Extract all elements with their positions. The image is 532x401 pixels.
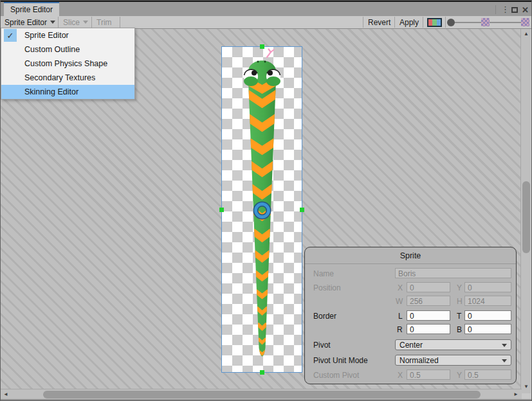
toolbar-separator [423, 17, 423, 28]
title-tab-strip: Sprite Editor ⋮ ✕ [1, 1, 531, 16]
menu-item-custom-outline[interactable]: Custom Outline [1, 42, 134, 57]
tab-sprite-editor[interactable]: Sprite Editor [4, 2, 59, 16]
custom-pivot-y-field: 0.5 [464, 370, 511, 380]
checker-texture-icon [481, 18, 490, 26]
vertical-scroll-thumb[interactable] [522, 181, 530, 253]
pivot-select[interactable]: Center [395, 339, 511, 350]
toolbar-separator [363, 17, 363, 28]
position-x-field: 0 [407, 282, 450, 292]
trim-button: Trim [96, 16, 112, 28]
apply-button[interactable]: Apply [399, 16, 419, 28]
sprite-editor-window: Sprite Editor ⋮ ✕ Sprite Editor Slice Tr… [0, 0, 532, 401]
custom-pivot-x-label: X [398, 371, 403, 380]
menu-item-label: Sprite Editor [24, 31, 69, 40]
panel-title-divider [305, 263, 516, 264]
rgb-channels-icon[interactable] [427, 18, 442, 27]
horizontal-scroll-thumb[interactable] [43, 391, 481, 398]
sprite-selection-rect[interactable] [221, 46, 302, 373]
border-b-field[interactable]: 0 [464, 324, 511, 334]
menu-item-custom-physics-shape[interactable]: Custom Physics Shape [1, 57, 134, 71]
pivot-unit-mode-label: Pivot Unit Mode [313, 356, 368, 365]
kebab-menu-icon[interactable]: ⋮ [501, 6, 508, 13]
toolbar-separator [120, 17, 120, 28]
tab-label: Sprite Editor [10, 5, 53, 14]
position-h-label: H [457, 297, 463, 306]
menu-item-sprite-editor[interactable]: ✓ Sprite Editor [1, 28, 134, 42]
apply-label: Apply [399, 18, 419, 27]
panel-title: Sprite [305, 251, 516, 260]
position-w-field: 256 [407, 296, 450, 306]
sprite-properties-panel: Sprite Name Boris Position X 0 Y 0 W 256… [304, 247, 517, 384]
border-l-label: L [398, 312, 403, 321]
pivot-unit-mode-value: Normalized [399, 356, 439, 365]
border-t-field[interactable]: 0 [464, 310, 511, 321]
position-w-label: W [396, 297, 403, 306]
sprite-editor-mode-dropdown[interactable]: Sprite Editor [5, 16, 55, 28]
menu-item-skinning-editor[interactable]: Skinning Editor [1, 85, 134, 99]
custom-pivot-label: Custom Pivot [313, 371, 359, 380]
pivot-label: Pivot [313, 341, 331, 350]
border-r-field[interactable]: 0 [407, 324, 450, 334]
titlebar-divider [495, 5, 496, 14]
sprite-image-boris [222, 47, 303, 373]
revert-label: Revert [368, 18, 390, 27]
position-y-label: Y [457, 283, 462, 292]
checkmark-icon: ✓ [4, 29, 17, 42]
selection-handle-bottom[interactable] [260, 370, 264, 375]
scroll-right-icon[interactable]: ► [513, 392, 518, 397]
selection-handle-right[interactable] [300, 208, 304, 212]
position-h-field: 1024 [464, 296, 511, 306]
position-x-label: X [398, 283, 403, 292]
custom-pivot-x-field: 0.5 [407, 370, 450, 380]
scroll-left-icon[interactable]: ◄ [3, 392, 8, 397]
chevron-down-icon [50, 21, 55, 24]
toolbar: Sprite Editor Slice Trim Revert Apply [1, 16, 531, 29]
pivot-select-value: Center [399, 341, 423, 350]
selection-handle-top[interactable] [260, 44, 264, 49]
border-t-label: T [457, 312, 461, 321]
horizontal-scrollbar[interactable]: ◄ ► [1, 389, 522, 399]
name-field: Boris [395, 268, 511, 278]
scroll-down-icon[interactable]: ▼ [524, 384, 529, 389]
checker-texture-icon [521, 18, 529, 26]
position-y-field: 0 [464, 282, 511, 292]
chevron-down-icon [502, 359, 507, 362]
vertical-scrollbar[interactable]: ▲ ▼ [520, 29, 531, 393]
trim-label: Trim [96, 18, 112, 27]
border-r-label: R [397, 325, 403, 334]
border-b-label: B [457, 325, 462, 334]
editor-mode-menu: ✓ Sprite Editor Custom Outline Custom Ph… [1, 28, 135, 100]
toolbar-separator [445, 17, 446, 28]
scroll-up-icon[interactable]: ▲ [524, 31, 529, 37]
close-icon[interactable]: ✕ [522, 5, 529, 15]
chevron-down-icon [83, 21, 88, 24]
selection-handle-left[interactable] [219, 208, 224, 212]
maximize-icon[interactable] [511, 7, 518, 13]
custom-pivot-y-label: Y [457, 371, 462, 380]
slice-dropdown: Slice [63, 16, 88, 28]
menu-item-label: Secondary Textures [24, 73, 95, 82]
menu-item-label: Custom Outline [24, 45, 80, 54]
mip-slider-knob[interactable] [447, 19, 455, 26]
border-label: Border [313, 312, 336, 321]
sprite-editor-mode-label: Sprite Editor [5, 18, 47, 27]
toolbar-separator [394, 17, 395, 28]
menu-item-secondary-textures[interactable]: Secondary Textures [1, 71, 134, 85]
menu-item-label: Custom Physics Shape [24, 59, 107, 68]
position-label: Position [313, 283, 341, 292]
name-label: Name [313, 269, 334, 278]
toolbar-separator [91, 17, 92, 28]
border-l-field[interactable]: 0 [407, 310, 450, 321]
toolbar-separator [58, 17, 59, 28]
chevron-down-icon [502, 344, 507, 347]
revert-button[interactable]: Revert [368, 16, 390, 28]
slice-label: Slice [63, 18, 80, 27]
pivot-unit-mode-select[interactable]: Normalized [395, 355, 511, 366]
menu-item-label: Skinning Editor [24, 87, 78, 96]
